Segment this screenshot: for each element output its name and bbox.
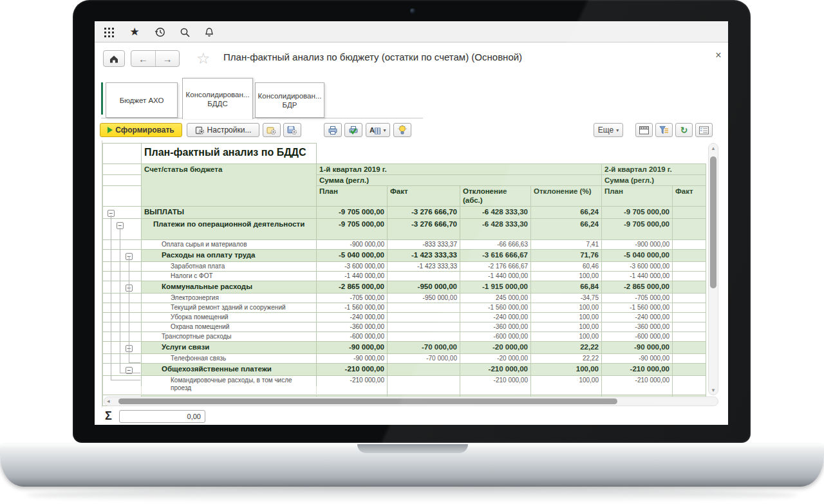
value-cell[interactable]: -705 000,00 bbox=[317, 294, 388, 303]
collapse-toggle-icon[interactable]: − bbox=[126, 367, 133, 374]
budget-item-name[interactable]: Налоги с ФОТ bbox=[142, 272, 317, 281]
value-cell[interactable]: 7,41 bbox=[531, 240, 602, 250]
col-header-dev-abs[interactable]: Отклонение (абс.) bbox=[460, 186, 531, 207]
budget-item-name[interactable]: Командировочные расходы, в том числе про… bbox=[142, 376, 317, 395]
horizontal-scrollbar[interactable]: ◂ bbox=[104, 397, 718, 406]
value-cell[interactable]: -1 560 000,00 bbox=[602, 303, 673, 313]
scroll-down-icon[interactable]: ▾ bbox=[709, 387, 718, 393]
col-header-account[interactable]: Счет/статья бюджета bbox=[142, 164, 317, 207]
value-cell[interactable]: -9 705 000,00 bbox=[602, 219, 673, 240]
value-cell[interactable]: -210 000,00 bbox=[460, 376, 531, 395]
collapse-toggle-icon[interactable]: − bbox=[126, 285, 133, 292]
value-cell[interactable]: -9 705 000,00 bbox=[317, 219, 388, 240]
print-button[interactable] bbox=[324, 123, 342, 137]
value-cell[interactable]: 100,00 bbox=[531, 322, 602, 332]
value-cell[interactable]: -1 423 333,33 bbox=[388, 250, 460, 262]
col-header-dev-pct[interactable]: Отклонение (%) bbox=[531, 186, 602, 207]
value-cell[interactable]: -1 560 000,00 bbox=[460, 303, 531, 313]
tab-consolidated-bdds[interactable]: Консолидирован... БДДС bbox=[182, 78, 253, 119]
value-cell[interactable]: 66,84 bbox=[531, 281, 602, 294]
budget-item-name[interactable]: Расходы на оплату труда bbox=[142, 250, 317, 262]
value-cell[interactable]: -210 000,00 bbox=[602, 364, 673, 376]
collapse-toggle-icon[interactable]: − bbox=[126, 345, 133, 352]
value-cell[interactable]: -3 600 000,00 bbox=[317, 262, 388, 272]
notifications-bell-icon[interactable] bbox=[203, 26, 216, 39]
value-cell[interactable]: -950 000,00 bbox=[388, 294, 460, 303]
value-cell[interactable] bbox=[388, 303, 460, 313]
value-cell[interactable]: 66,24 bbox=[531, 219, 602, 240]
settings-button[interactable]: Настройки... bbox=[187, 123, 259, 137]
collapse-toggle-icon[interactable]: − bbox=[108, 210, 115, 217]
budget-item-name[interactable]: Телефонная связь bbox=[142, 354, 317, 364]
value-cell[interactable]: -3 276 666,70 bbox=[388, 207, 460, 219]
value-cell[interactable]: -240 000,00 bbox=[460, 313, 531, 322]
save-variant-button[interactable] bbox=[283, 123, 301, 137]
format-button[interactable]: A ▾ bbox=[366, 123, 390, 137]
value-cell[interactable]: -90 000,00 bbox=[317, 354, 388, 364]
print-preview-button[interactable] bbox=[344, 123, 362, 137]
value-cell[interactable] bbox=[673, 281, 706, 294]
value-cell[interactable] bbox=[673, 303, 706, 313]
value-cell[interactable]: -20 000,00 bbox=[460, 342, 531, 354]
value-cell[interactable]: -90 000,00 bbox=[602, 354, 673, 364]
value-cell[interactable] bbox=[673, 364, 706, 376]
favorites-star-icon[interactable]: ★ bbox=[128, 26, 141, 39]
col-header-sum-q2[interactable]: Сумма (регл.) bbox=[602, 175, 706, 186]
value-cell[interactable]: -210 000,00 bbox=[317, 364, 388, 376]
col-header-q1[interactable]: 1-й квартал 2019 г. bbox=[317, 164, 602, 175]
col-header-plan-q2[interactable]: План bbox=[602, 186, 673, 207]
search-icon[interactable] bbox=[178, 26, 191, 39]
tab-consolidated-bdr[interactable]: Консолидирован... БДР bbox=[255, 82, 324, 118]
value-cell[interactable]: -900 000,00 bbox=[602, 240, 673, 250]
value-cell[interactable]: -20 000,00 bbox=[460, 354, 531, 364]
col-header-q2[interactable]: 2-й квартал 2019 г. bbox=[602, 164, 706, 175]
budget-item-name[interactable]: Общехозяйственные платежи bbox=[142, 364, 317, 376]
value-cell[interactable]: -1 915 000,00 bbox=[460, 281, 531, 294]
value-cell[interactable]: -360 000,00 bbox=[460, 322, 531, 332]
value-cell[interactable]: -600 000,00 bbox=[460, 332, 531, 342]
favorite-star-toggle[interactable]: ☆ bbox=[196, 50, 211, 68]
value-cell[interactable]: -1 440 000,00 bbox=[602, 272, 673, 281]
budget-item-name[interactable]: Уборка помещений bbox=[142, 313, 317, 322]
value-cell[interactable]: 100,00 bbox=[531, 272, 602, 281]
value-cell[interactable]: -90 000,00 bbox=[602, 342, 673, 354]
value-cell[interactable]: 100,00 bbox=[531, 376, 602, 395]
value-cell[interactable]: -3 616 666,67 bbox=[460, 250, 531, 262]
value-cell[interactable] bbox=[673, 240, 706, 250]
value-cell[interactable]: -210 000,00 bbox=[460, 364, 531, 376]
value-cell[interactable]: 66,24 bbox=[531, 207, 602, 219]
more-button[interactable]: Еще ▾ bbox=[594, 123, 623, 137]
col-header-sum-q1[interactable]: Сумма (регл.) bbox=[317, 175, 602, 186]
value-cell[interactable]: -600 000,00 bbox=[602, 332, 673, 342]
value-cell[interactable] bbox=[673, 313, 706, 322]
tab-budget-aho[interactable]: Бюджет АХО bbox=[106, 82, 178, 118]
value-cell[interactable]: -360 000,00 bbox=[602, 322, 673, 332]
value-cell[interactable]: -6 428 333,30 bbox=[460, 219, 531, 240]
value-cell[interactable]: -600 000,00 bbox=[317, 332, 388, 342]
value-cell[interactable] bbox=[673, 272, 706, 281]
close-icon[interactable]: × bbox=[713, 50, 724, 61]
value-cell[interactable]: -360 000,00 bbox=[317, 322, 388, 332]
value-cell[interactable]: 100,00 bbox=[531, 303, 602, 313]
select-variant-button[interactable] bbox=[263, 123, 281, 137]
budget-item-name[interactable]: Охрана помещений bbox=[142, 322, 317, 332]
value-cell[interactable]: -34,75 bbox=[531, 294, 602, 303]
value-cell[interactable]: -3 600 000,00 bbox=[602, 262, 673, 272]
value-cell[interactable]: -1 440 000,00 bbox=[317, 272, 388, 281]
history-icon[interactable] bbox=[154, 26, 167, 39]
value-cell[interactable]: -833 333,37 bbox=[388, 240, 460, 250]
value-cell[interactable] bbox=[388, 322, 460, 332]
collapse-toggle-icon[interactable]: − bbox=[117, 222, 124, 229]
budget-item-name[interactable]: Текущий ремонт зданий и сооружений bbox=[142, 303, 317, 313]
value-cell[interactable] bbox=[673, 250, 706, 262]
vertical-scroll-thumb[interactable] bbox=[710, 156, 716, 288]
value-cell[interactable]: -2 176 666,67 bbox=[460, 262, 531, 272]
value-cell[interactable] bbox=[388, 376, 460, 395]
back-button[interactable]: ← bbox=[131, 51, 155, 66]
value-cell[interactable] bbox=[673, 262, 706, 272]
autosum-field[interactable]: 0,00 bbox=[119, 410, 205, 423]
collapse-toggle-icon[interactable]: − bbox=[126, 253, 133, 260]
budget-item-name[interactable]: Заработная плата bbox=[142, 262, 317, 272]
value-cell[interactable] bbox=[673, 332, 706, 342]
value-cell[interactable]: -210 000,00 bbox=[317, 376, 388, 395]
